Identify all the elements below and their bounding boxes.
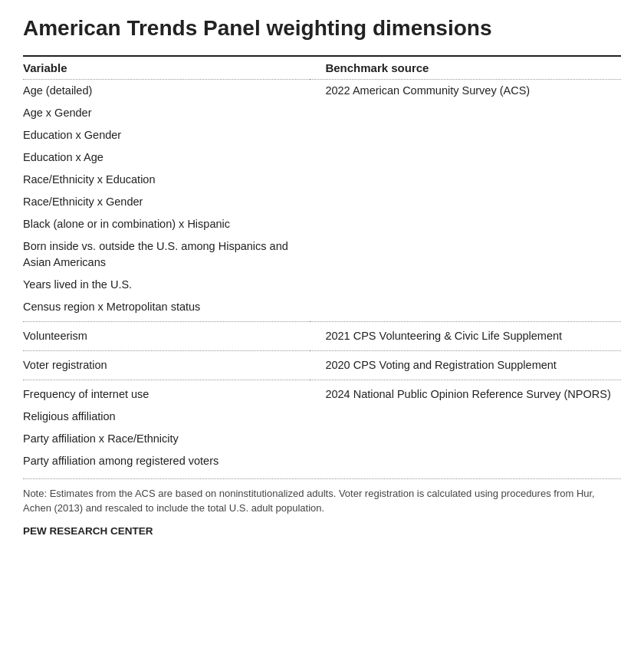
table-row: Frequency of internet use2024 National P… (23, 380, 621, 406)
variable-cell: Race/Ethnicity x Education (23, 169, 310, 191)
variable-header: Variable (23, 56, 310, 80)
benchmark-cell (310, 406, 621, 428)
benchmark-cell (310, 191, 621, 213)
benchmark-cell (310, 274, 621, 296)
variable-cell: Age x Gender (23, 102, 310, 124)
table-row: Voter registration2020 CPS Voting and Re… (23, 350, 621, 380)
pew-footer: PEW RESEARCH CENTER (23, 524, 621, 539)
variable-cell: Frequency of internet use (23, 380, 310, 406)
table-row: Education x Gender (23, 124, 621, 146)
variable-cell: Black (alone or in combination) x Hispan… (23, 213, 310, 235)
benchmark-cell: 2020 CPS Voting and Registration Supplem… (310, 350, 621, 380)
page-title: American Trends Panel weighting dimensio… (23, 15, 621, 41)
variable-cell: Years lived in the U.S. (23, 274, 310, 296)
benchmark-cell (310, 169, 621, 191)
table-header: Variable Benchmark source (23, 56, 621, 80)
variable-cell: Party affiliation x Race/Ethnicity (23, 428, 310, 450)
table-row: Race/Ethnicity x Education (23, 169, 621, 191)
weighting-table: Variable Benchmark source Age (detailed)… (23, 55, 621, 475)
benchmark-cell (310, 235, 621, 274)
benchmark-cell (310, 450, 621, 475)
benchmark-cell (310, 213, 621, 235)
table-row: Age x Gender (23, 102, 621, 124)
table-row: Party affiliation among registered voter… (23, 450, 621, 475)
table-row: Race/Ethnicity x Gender (23, 191, 621, 213)
table-row: Education x Age (23, 146, 621, 169)
table-row: Born inside vs. outside the U.S. among H… (23, 235, 621, 274)
variable-cell: Born inside vs. outside the U.S. among H… (23, 235, 310, 274)
benchmark-cell: 2021 CPS Volunteering & Civic Life Suppl… (310, 321, 621, 350)
benchmark-cell: 2024 National Public Opinion Reference S… (310, 380, 621, 406)
note-section: Note: Estimates from the ACS are based o… (23, 478, 621, 538)
variable-cell: Education x Age (23, 146, 310, 169)
table-row: Years lived in the U.S. (23, 274, 621, 296)
benchmark-cell (310, 428, 621, 450)
table-row: Age (detailed)2022 American Community Su… (23, 79, 621, 102)
benchmark-cell (310, 146, 621, 169)
table-row: Black (alone or in combination) x Hispan… (23, 213, 621, 235)
variable-cell: Religious affiliation (23, 406, 310, 428)
benchmark-cell: 2022 American Community Survey (ACS) (310, 79, 621, 102)
note-text: Note: Estimates from the ACS are based o… (23, 487, 621, 516)
table-row: Party affiliation x Race/Ethnicity (23, 428, 621, 450)
benchmark-header: Benchmark source (310, 56, 621, 80)
benchmark-cell (310, 296, 621, 322)
variable-cell: Census region x Metropolitan status (23, 296, 310, 322)
variable-cell: Party affiliation among registered voter… (23, 450, 310, 475)
variable-cell: Age (detailed) (23, 79, 310, 102)
table-row: Religious affiliation (23, 406, 621, 428)
table-row: Census region x Metropolitan status (23, 296, 621, 322)
variable-cell: Race/Ethnicity x Gender (23, 191, 310, 213)
variable-cell: Volunteerism (23, 321, 310, 350)
table-row: Volunteerism2021 CPS Volunteering & Civi… (23, 321, 621, 350)
benchmark-cell (310, 102, 621, 124)
benchmark-cell (310, 124, 621, 146)
variable-cell: Education x Gender (23, 124, 310, 146)
variable-cell: Voter registration (23, 350, 310, 380)
